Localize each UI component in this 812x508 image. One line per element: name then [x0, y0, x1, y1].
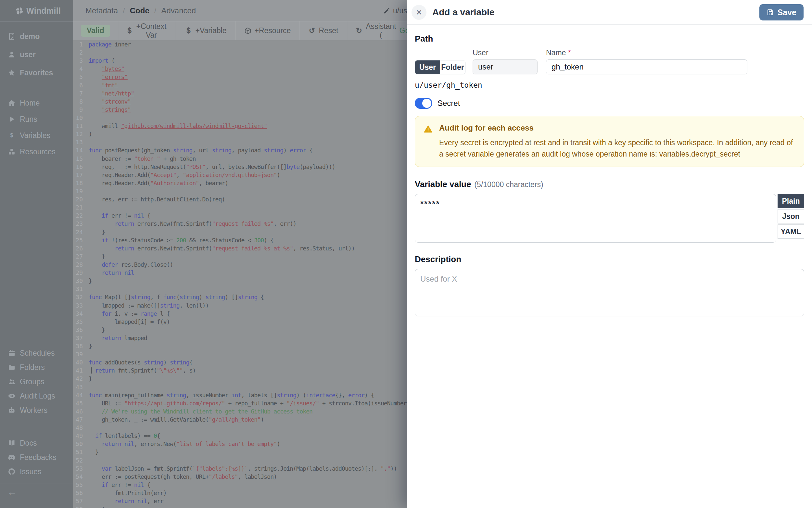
line-number: 19	[73, 187, 83, 195]
code-line: 49 if len(labels) == 0{	[73, 432, 407, 440]
code-line: 53 var labelJson = fmt.Sprintf(`{"labels…	[73, 464, 407, 473]
-context-var-button[interactable]: $+Context Var	[118, 22, 176, 40]
sidebar-item-folders[interactable]: Folders	[0, 360, 73, 375]
variable-value-input[interactable]: *****	[415, 194, 776, 243]
line-number: 51	[73, 448, 83, 456]
name-field-label: Name*	[546, 48, 747, 57]
code-line: 8 "strconv"	[73, 97, 407, 105]
code-line: 6 "fmt"	[73, 81, 407, 89]
line-number: 56	[73, 489, 83, 497]
line-number: 2	[73, 48, 83, 56]
code-line: 54 err := postRequest(gh_token, URL+"/la…	[73, 473, 407, 481]
code-line: 34 for i, v := range l {	[73, 309, 407, 318]
code-line: 26 return errors.New(fmt.Sprintf("reques…	[73, 244, 407, 252]
tab-advanced[interactable]: Advanced	[161, 6, 196, 15]
code-line: 47 gh_token, _ := wmill.GetVariable("g/a…	[73, 415, 407, 424]
sidebar-item-docs[interactable]: Docs	[0, 436, 73, 450]
code-line: 22 if err != nil {	[73, 211, 407, 220]
name-field[interactable]	[546, 59, 747, 74]
sidebar-item-schedules[interactable]: Schedules	[0, 346, 73, 360]
code-line: 55 if err != nil {	[73, 481, 407, 489]
code-line: 45 URL := "https://api.github.com/repos/…	[73, 399, 407, 407]
sidebar-item-groups[interactable]: Groups	[0, 375, 73, 389]
robot-icon	[8, 406, 15, 414]
toolbar-button-label: +Context Var	[135, 22, 168, 40]
sidebar-item-label: Resources	[20, 147, 55, 156]
line-number: 27	[73, 252, 83, 260]
line-number: 58	[73, 505, 83, 508]
path-section-heading: Path	[415, 34, 804, 44]
line-number: 13	[73, 138, 83, 146]
line-number: 4	[73, 65, 83, 73]
warning-title: Audit log for each access	[439, 123, 796, 132]
dollar-icon: $	[127, 27, 132, 35]
format-tab-json[interactable]: Json	[778, 209, 804, 223]
play-icon	[8, 115, 15, 123]
code-editor[interactable]: 1package inner23import (4 "bytes"5 "erro…	[73, 40, 407, 508]
description-input[interactable]	[415, 269, 804, 316]
code-line: 30}	[73, 277, 407, 285]
script-path-edit[interactable]: u/us	[383, 0, 407, 22]
sidebar-item-issues[interactable]: Issues	[0, 464, 73, 479]
sidebar-item-favorites[interactable]: Favorites	[0, 64, 73, 82]
sidebar-item-audit-logs[interactable]: Audit Logs	[0, 389, 73, 403]
user-field[interactable]	[473, 59, 538, 74]
line-number: 18	[73, 179, 83, 187]
line-number: 48	[73, 424, 83, 432]
line-number: 54	[73, 473, 83, 481]
cube-icon	[244, 27, 252, 35]
sidebar-item-resources[interactable]: Resources	[0, 143, 73, 160]
close-drawer-button[interactable]: ×	[412, 5, 426, 20]
discord-icon	[8, 454, 15, 461]
close-icon: ×	[416, 7, 422, 17]
-variable-button[interactable]: $+Variable	[176, 22, 235, 40]
topbar: Metadata/Code/Advanced u/us	[73, 0, 407, 22]
user-field-label: User	[473, 48, 538, 57]
line-number: 38	[73, 342, 83, 350]
line-number: 22	[73, 211, 83, 220]
sidebar-item-feedbacks[interactable]: Feedbacks	[0, 450, 73, 464]
tab-metadata[interactable]: Metadata	[85, 6, 118, 15]
code-line: 19	[73, 187, 407, 195]
reset-button[interactable]: ↺Reset	[299, 22, 347, 40]
line-number: 32	[73, 293, 83, 301]
breadcrumb-separator: /	[154, 6, 157, 15]
code-line: 58 }	[73, 505, 407, 508]
sidebar-item-workers[interactable]: Workers	[0, 403, 73, 417]
line-number: 55	[73, 481, 83, 489]
format-tab-yaml[interactable]: YAML	[778, 224, 804, 239]
assistant--button[interactable]: ↻Assistant (Go)	[347, 22, 407, 40]
path-type-user-button[interactable]: User	[415, 60, 440, 74]
sidebar-item-runs[interactable]: Runs	[0, 111, 73, 127]
sidebar-item-demo[interactable]: demo	[0, 27, 73, 45]
code-line: 10	[73, 114, 407, 122]
save-button[interactable]: Save	[759, 4, 804, 20]
sidebar-item-label: Schedules	[20, 349, 54, 357]
value-format-tabs: PlainJsonYAML	[778, 194, 804, 239]
sidebar-item-label: Audit Logs	[20, 392, 55, 400]
workspace-logo[interactable]: Windmill	[0, 0, 73, 22]
line-number: 33	[73, 301, 83, 309]
code-line: 23 return errors.New(fmt.Sprintf("reques…	[73, 220, 407, 228]
collapse-sidebar-button[interactable]: ←	[0, 484, 73, 500]
secret-toggle[interactable]	[415, 98, 432, 109]
line-number: 8	[73, 97, 83, 105]
sidebar-item-variables[interactable]: $Variables	[0, 127, 73, 143]
sidebar-item-home[interactable]: Home	[0, 95, 73, 111]
code-line: 28 defer res.Body.Close()	[73, 260, 407, 269]
sidebar-item-user[interactable]: user	[0, 45, 73, 64]
code-line: 32func Map(l []string, f func(string) st…	[73, 293, 407, 301]
tab-code[interactable]: Code	[130, 6, 149, 15]
pencil-icon	[383, 7, 390, 14]
path-type-folder-button[interactable]: Folder	[440, 60, 465, 74]
code-line: 46 // We're using the Windmill client to…	[73, 407, 407, 415]
sidebar-item-label: Favorites	[20, 69, 53, 77]
format-tab-plain[interactable]: Plain	[778, 194, 804, 208]
-resource-button[interactable]: +Resource	[236, 22, 300, 40]
line-number: 47	[73, 415, 83, 424]
valid-badge: Valid	[81, 25, 110, 37]
eye-icon	[8, 392, 15, 400]
line-number: 35	[73, 318, 83, 326]
code-line: 33 lmapped := make([]string, len(l))	[73, 301, 407, 309]
code-line: 35 lmapped[i] = f(v)	[73, 318, 407, 326]
